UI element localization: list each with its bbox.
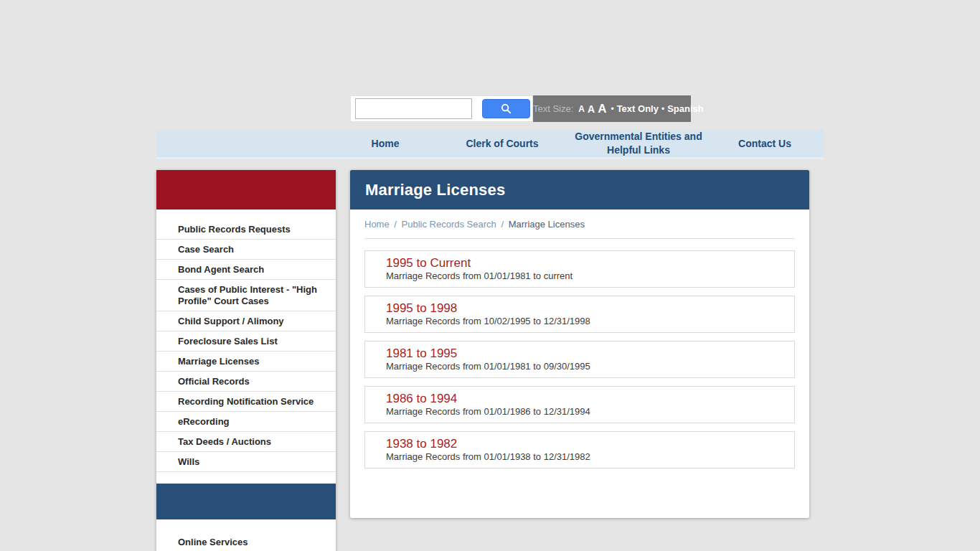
sidebar-item-public-records-requests[interactable]: Public Records Requests: [156, 220, 336, 240]
breadcrumb-public-records-search-link[interactable]: Public Records Search: [402, 219, 496, 230]
main-panel: Marriage Licenses Home / Public Records …: [350, 170, 809, 518]
separator-dot: •: [611, 104, 613, 114]
record-description: Marriage Records from 01/01/1986 to 12/3…: [386, 406, 774, 418]
record-card-1986-to-1994[interactable]: 1986 to 1994 Marriage Records from 01/01…: [364, 386, 795, 423]
search-button[interactable]: [482, 99, 530, 118]
record-description: Marriage Records from 01/01/1981 to curr…: [386, 270, 774, 282]
record-card-1995-to-current[interactable]: 1995 to Current Marriage Records from 01…: [364, 250, 795, 288]
text-size-medium-button[interactable]: A: [588, 103, 595, 115]
sidebar-item-bond-agent-search[interactable]: Bond Agent Search: [156, 260, 336, 280]
text-size-small-button[interactable]: A: [578, 104, 585, 114]
record-title: 1938 to 1982: [386, 436, 774, 451]
topbar: Text Size: A A A • Text Only • Spanish: [350, 95, 691, 122]
record-description: Marriage Records from 01/01/1981 to 09/3…: [386, 361, 774, 372]
text-only-link[interactable]: Text Only: [617, 103, 659, 114]
sidebar-item-erecording[interactable]: eRecording: [156, 412, 336, 432]
sidebar-item-marriage-licenses[interactable]: Marriage Licenses: [156, 352, 336, 372]
sidebar-item-wills[interactable]: Wills: [156, 452, 336, 472]
sidebar-item-tax-deeds-auctions[interactable]: Tax Deeds / Auctions: [156, 432, 336, 452]
text-size-controls: Text Size: A A A • Text Only • Spanish: [533, 102, 710, 116]
record-title: 1986 to 1994: [386, 391, 774, 406]
page-title-bar: Marriage Licenses: [350, 170, 809, 209]
search-icon: [501, 103, 512, 114]
nav-clerk-of-courts[interactable]: Clerk of Courts: [466, 137, 538, 151]
text-size-label: Text Size:: [533, 103, 573, 114]
breadcrumb-current: Marriage Licenses: [509, 219, 585, 230]
nav-governmental-entities[interactable]: Governmental Entities and Helpful Links: [574, 130, 703, 157]
sidebar-item-foreclosure-sales-list[interactable]: Foreclosure Sales List: [156, 331, 336, 352]
sidebar-item-recording-notification-service[interactable]: Recording Notification Service: [156, 392, 336, 412]
breadcrumb-separator: /: [394, 219, 397, 230]
nav-contact-us[interactable]: Contact Us: [738, 137, 791, 151]
sidebar-menu: Public Records Requests Case Search Bond…: [156, 209, 336, 472]
search-form: [350, 95, 533, 122]
sidebar-item-cases-of-public-interest[interactable]: Cases of Public Interest - "High Profile…: [156, 280, 336, 311]
record-description: Marriage Records from 01/01/1938 to 12/3…: [386, 451, 774, 463]
nav-home[interactable]: Home: [372, 137, 400, 151]
sidebar-item-child-support-alimony[interactable]: Child Support / Alimony: [156, 311, 336, 331]
sidebar-item-online-services[interactable]: Online Services: [156, 531, 336, 551]
breadcrumb: Home / Public Records Search / Marriage …: [350, 209, 809, 238]
breadcrumb-home-link[interactable]: Home: [364, 219, 390, 230]
sidebar-item-official-records[interactable]: Official Records: [156, 372, 336, 392]
record-card-1938-to-1982[interactable]: 1938 to 1982 Marriage Records from 01/01…: [364, 431, 795, 468]
separator-dot: •: [661, 104, 664, 114]
spanish-link[interactable]: Spanish: [667, 103, 704, 114]
breadcrumb-separator: /: [501, 219, 504, 230]
sidebar-item-case-search[interactable]: Case Search: [156, 240, 336, 260]
search-input[interactable]: [355, 98, 472, 119]
record-card-1981-to-1995[interactable]: 1981 to 1995 Marriage Records from 01/01…: [364, 341, 795, 378]
main-nav: Home Clerk of Courts Governmental Entiti…: [156, 130, 824, 159]
sidebar-red-banner: [156, 170, 336, 209]
record-card-1995-to-1998[interactable]: 1995 to 1998 Marriage Records from 10/02…: [364, 296, 795, 333]
sidebar-blue-banner: [156, 484, 336, 519]
record-title: 1981 to 1995: [386, 346, 774, 361]
sidebar: Public Records Requests Case Search Bond…: [156, 170, 336, 551]
text-size-large-button[interactable]: A: [598, 102, 606, 116]
record-title: 1995 to Current: [386, 255, 774, 270]
record-list: 1995 to Current Marriage Records from 01…: [350, 239, 809, 468]
record-title: 1995 to 1998: [386, 301, 774, 316]
page: Text Size: A A A • Text Only • Spanish H…: [0, 0, 980, 551]
sidebar-secondary-menu: Online Services: [156, 519, 336, 551]
record-description: Marriage Records from 10/02/1995 to 12/3…: [386, 316, 774, 327]
page-title: Marriage Licenses: [365, 181, 505, 199]
